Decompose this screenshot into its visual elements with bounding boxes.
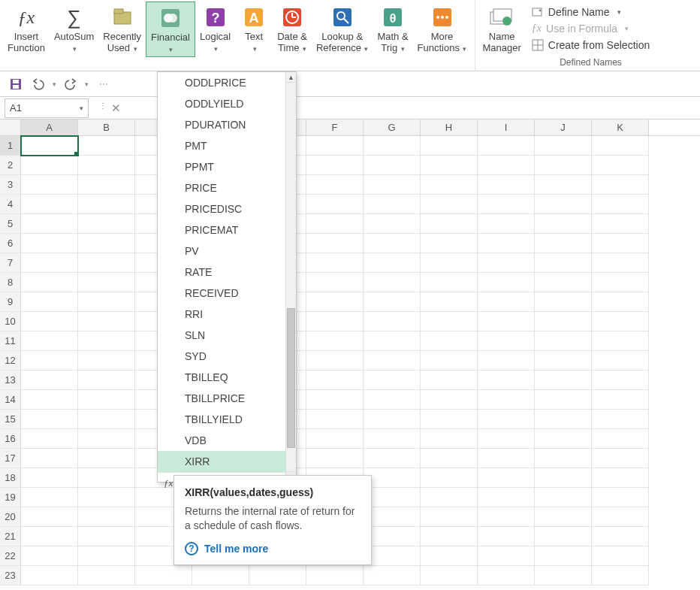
menu-item-xirr[interactable]: XIRR: [158, 451, 296, 472]
redo-dropdown[interactable]: ▾: [85, 80, 89, 88]
row-header-5[interactable]: 5: [0, 214, 21, 234]
cell-G3[interactable]: [364, 175, 421, 195]
cell-K2[interactable]: [592, 156, 649, 175]
define-name-button[interactable]: Define Name ▾: [532, 5, 650, 20]
cell-J19[interactable]: [535, 488, 592, 507]
cell-I20[interactable]: [478, 507, 535, 527]
row-header-17[interactable]: 17: [0, 449, 21, 468]
cell-A20[interactable]: [21, 507, 78, 527]
scroll-up-icon[interactable]: ▲: [286, 72, 296, 83]
cell-H6[interactable]: [421, 234, 478, 253]
cell-A2[interactable]: [21, 156, 78, 175]
cell-G5[interactable]: [364, 214, 421, 234]
menu-item-tbillprice[interactable]: TBILLPRICE: [158, 388, 296, 409]
menu-item-price[interactable]: PRICE: [158, 177, 296, 198]
cell-I4[interactable]: [478, 195, 535, 214]
cell-K8[interactable]: [592, 273, 649, 292]
cell-I23[interactable]: [478, 566, 535, 585]
menu-item-pricemat[interactable]: PRICEMAT: [158, 219, 296, 241]
cell-A17[interactable]: [21, 449, 78, 468]
cell-A23[interactable]: [21, 566, 78, 585]
cell-K1[interactable]: [592, 136, 649, 156]
qat-customize[interactable]: ⋯: [99, 79, 108, 89]
cell-H11[interactable]: [421, 331, 478, 351]
cell-G9[interactable]: [364, 292, 421, 312]
column-header-K[interactable]: K: [592, 120, 649, 135]
row-header-23[interactable]: 23: [0, 566, 21, 585]
cell-I6[interactable]: [478, 234, 535, 253]
cell-J8[interactable]: [535, 273, 592, 292]
cell-I5[interactable]: [478, 214, 535, 234]
row-header-12[interactable]: 12: [0, 351, 21, 371]
cell-F23[interactable]: [306, 566, 364, 585]
cell-B13[interactable]: [78, 371, 135, 390]
cell-K22[interactable]: [592, 546, 649, 566]
cell-B21[interactable]: [78, 527, 135, 546]
cell-B16[interactable]: [78, 429, 135, 449]
cell-J23[interactable]: [535, 566, 592, 585]
cell-A11[interactable]: [21, 331, 78, 351]
cell-B4[interactable]: [78, 195, 135, 214]
cell-K3[interactable]: [592, 175, 649, 195]
cell-A15[interactable]: [21, 410, 78, 429]
cell-K11[interactable]: [592, 331, 649, 351]
cell-A12[interactable]: [21, 351, 78, 371]
cell-I22[interactable]: [478, 546, 535, 566]
undo-dropdown[interactable]: ▾: [53, 80, 56, 88]
redo-button[interactable]: [62, 76, 79, 92]
row-header-6[interactable]: 6: [0, 234, 21, 253]
cell-A1[interactable]: [21, 136, 78, 156]
recently-used-button[interactable]: RecentlyUsed ▾: [98, 2, 146, 56]
row-header-9[interactable]: 9: [0, 292, 21, 312]
cell-A14[interactable]: [21, 390, 78, 410]
row-header-16[interactable]: 16: [0, 429, 21, 449]
cell-J11[interactable]: [535, 331, 592, 351]
cell-B2[interactable]: [78, 156, 135, 175]
scroll-thumb[interactable]: [287, 308, 295, 448]
cell-F14[interactable]: [306, 390, 364, 410]
cell-B11[interactable]: [78, 331, 135, 351]
cell-I10[interactable]: [478, 312, 535, 331]
cell-I1[interactable]: [478, 136, 535, 156]
cell-J1[interactable]: [535, 136, 592, 156]
cell-H7[interactable]: [421, 253, 478, 273]
cell-G4[interactable]: [364, 195, 421, 214]
row-header-7[interactable]: 7: [0, 253, 21, 273]
cell-K14[interactable]: [592, 390, 649, 410]
cell-H22[interactable]: [421, 546, 478, 566]
math-trig-button[interactable]: θ Math &Trig ▾: [373, 2, 412, 56]
menu-item-sln[interactable]: SLN: [158, 325, 296, 346]
cell-F11[interactable]: [306, 331, 364, 351]
cell-K7[interactable]: [592, 253, 649, 273]
cell-B9[interactable]: [78, 292, 135, 312]
logical-button[interactable]: ? Logical▾: [195, 2, 235, 56]
cell-G13[interactable]: [364, 371, 421, 390]
cell-H3[interactable]: [421, 175, 478, 195]
cell-J17[interactable]: [535, 449, 592, 468]
row-header-15[interactable]: 15: [0, 410, 21, 429]
menu-item-pv[interactable]: PV: [158, 241, 296, 262]
cell-A19[interactable]: [21, 488, 78, 507]
cell-K19[interactable]: [592, 488, 649, 507]
cell-I11[interactable]: [478, 331, 535, 351]
cell-B7[interactable]: [78, 253, 135, 273]
cell-I9[interactable]: [478, 292, 535, 312]
cell-B19[interactable]: [78, 488, 135, 507]
cell-H19[interactable]: [421, 488, 478, 507]
cell-H9[interactable]: [421, 292, 478, 312]
expand-formula-bar[interactable]: ⋮: [99, 101, 107, 115]
cell-F16[interactable]: [306, 429, 364, 449]
undo-button[interactable]: [30, 76, 47, 92]
cell-B23[interactable]: [78, 566, 135, 585]
cell-G2[interactable]: [364, 156, 421, 175]
cell-F10[interactable]: [306, 312, 364, 331]
cell-H16[interactable]: [421, 429, 478, 449]
cell-H10[interactable]: [421, 312, 478, 331]
cell-A9[interactable]: [21, 292, 78, 312]
cancel-formula-icon[interactable]: ✕: [111, 101, 121, 115]
row-header-8[interactable]: 8: [0, 273, 21, 292]
cell-B8[interactable]: [78, 273, 135, 292]
cell-A7[interactable]: [21, 253, 78, 273]
cell-J12[interactable]: [535, 351, 592, 371]
column-header-A[interactable]: A: [21, 120, 78, 135]
